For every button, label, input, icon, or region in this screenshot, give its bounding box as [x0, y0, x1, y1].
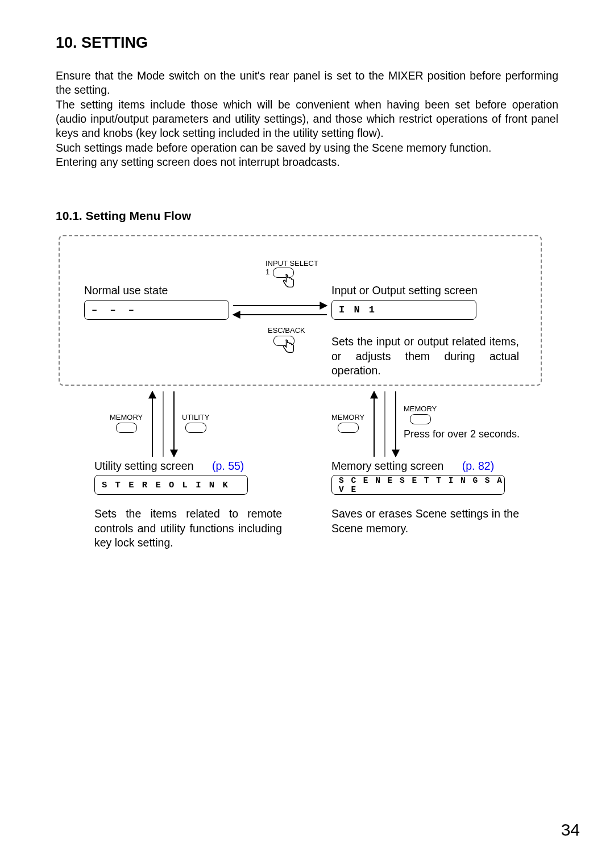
- normal-state-lcd: – – –: [84, 300, 229, 320]
- io-screen-description: Sets the input or output related items, …: [331, 335, 519, 378]
- utility-screen-label: Utility setting screen (p. 55): [94, 460, 244, 473]
- document-page: 10. SETTING Ensure that the Mode switch …: [0, 0, 614, 868]
- utility-button-label: UTILITY: [182, 413, 209, 422]
- memory-button-right-1: MEMORY: [331, 413, 364, 433]
- memory-button-label: MEMORY: [110, 413, 143, 422]
- intro-paragraph-2: The setting items include those which wi…: [56, 98, 558, 141]
- utility-button: UTILITY: [182, 413, 209, 433]
- memory-page-link[interactable]: (p. 82): [462, 460, 494, 472]
- utility-screen-lcd: S T E R E O L I N K: [94, 475, 248, 495]
- press-hold-note: Press for over 2 seconds.: [404, 428, 520, 440]
- section-heading: 10. SETTING: [56, 34, 558, 52]
- memory-button-label: MEMORY: [404, 404, 437, 413]
- memory-screen-description: Saves or erases Scene settings in the Sc…: [331, 507, 519, 536]
- memory-screen-title: Memory setting screen: [331, 460, 443, 472]
- utility-screen-title: Utility setting screen: [94, 460, 193, 472]
- io-screen-lcd: I N 1: [331, 300, 476, 320]
- memory-screen-lcd: S C E N E S E T T I N G S A V E: [331, 475, 505, 495]
- memory-screen-label: Memory setting screen (p. 82): [331, 460, 494, 473]
- memory-button-label: MEMORY: [331, 413, 364, 422]
- intro-paragraph-3: Such settings made before operation can …: [56, 141, 558, 155]
- utility-page-link[interactable]: (p. 55): [212, 460, 244, 472]
- memory-button-right-2: MEMORY: [404, 404, 437, 424]
- input-select-number: 1: [265, 268, 269, 276]
- intro-paragraph-1: Ensure that the Mode switch on the unit'…: [56, 69, 558, 98]
- hand-cursor-icon: [280, 339, 296, 355]
- intro-text: Ensure that the Mode switch on the unit'…: [56, 69, 558, 169]
- memory-button-left: MEMORY: [110, 413, 143, 433]
- normal-state-label: Normal use state: [84, 284, 168, 297]
- intro-paragraph-4: Entering any setting screen does not int…: [56, 155, 558, 169]
- io-screen-label: Input or Output setting screen: [331, 284, 478, 297]
- utility-screen-description: Sets the items related to remote control…: [94, 507, 282, 550]
- flow-diagram: Normal use state – – – INPUT SELECT 1 ES…: [53, 235, 550, 542]
- subsection-heading: 10.1. Setting Menu Flow: [56, 209, 558, 223]
- esc-back-label: ESC/BACK: [268, 326, 305, 335]
- page-number: 34: [561, 820, 580, 840]
- hand-cursor-icon: [280, 274, 296, 290]
